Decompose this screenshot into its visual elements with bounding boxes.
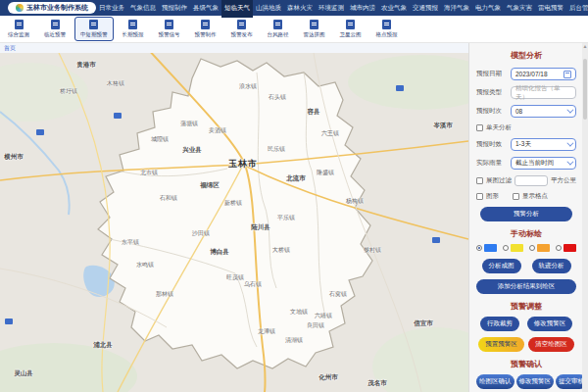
analysis-to-image-button[interactable]: 分析成图 (482, 259, 521, 273)
single-day-checkbox[interactable] (476, 124, 483, 131)
map-town-label: 卖酒镇 (209, 126, 226, 135)
toolbar-item[interactable]: 预警发布 (225, 17, 259, 41)
nav-item[interactable]: 后台管理 (566, 0, 588, 18)
map-county-label: 贵港市 (76, 61, 96, 70)
scroll-up-arrow[interactable]: ▲ (582, 43, 588, 50)
map-town-label: 城隍镇 (151, 135, 169, 144)
nav-item[interactable]: 短临天气 (221, 0, 253, 18)
panel-scrollbar[interactable]: ▲ (582, 43, 588, 392)
modify-warning-area-button[interactable]: 修改预警区 (516, 374, 555, 389)
toolbar-item[interactable]: 预警制作 (189, 17, 222, 41)
color-swatch (511, 244, 523, 252)
forecast-time-value: 08 (515, 108, 522, 115)
canvas-confirm-button[interactable]: 绘图区确认 (476, 374, 514, 389)
draw-color-radio[interactable] (556, 244, 576, 252)
toolbar-item-label: 预警发布 (231, 31, 253, 38)
top-navbar: 玉林市业务制作系统 日常业务气象信息预报制作县级气象短临天气山洪地质森林火灾环境… (0, 0, 588, 16)
radio-icon (503, 245, 509, 251)
map-town-label: 平乐镇 (277, 214, 295, 222)
nav-item[interactable]: 气象灾害 (504, 0, 535, 18)
admin-clip-button[interactable]: 行政裁剪 (480, 317, 519, 331)
nav-item[interactable]: 雷电预警 (535, 0, 566, 18)
draw-color-options (476, 244, 576, 252)
app-logo-icon (16, 4, 24, 12)
clear-canvas-button[interactable]: 清空绘图区 (528, 337, 574, 352)
show-grid-checkbox[interactable] (513, 193, 519, 200)
document-icon (273, 20, 282, 29)
forecast-date-input[interactable]: 2023/07/18 (511, 68, 576, 80)
nav-item[interactable]: 县级气象 (190, 0, 221, 18)
nav-item[interactable]: 交通预报 (410, 0, 441, 18)
toolbar-item[interactable]: 格点预报 (370, 17, 404, 41)
map-town-label: 东平镇 (122, 238, 139, 247)
map-county-label: 北流市 (286, 174, 306, 183)
toolbar-item[interactable]: 临近预警 (38, 17, 72, 41)
map-town-label: 乌石镇 (244, 280, 262, 289)
preset-warning-button[interactable]: 预置预警区 (478, 337, 524, 352)
nav-item[interactable]: 气象信息 (127, 0, 159, 18)
home-link[interactable]: 首页 (4, 44, 16, 53)
terrain-patch (348, 55, 468, 110)
nav-item[interactable]: 预报制作 (159, 0, 190, 18)
nav-item[interactable]: 海洋气象 (441, 0, 472, 18)
toolbar-item[interactable]: 长期预报 (117, 17, 150, 41)
toolbar-item[interactable]: 综合监测 (2, 17, 35, 41)
forecast-type-input[interactable]: 精细化报告（单天） (511, 86, 576, 99)
map-county-label: 茂名市 (368, 379, 387, 388)
modify-warning-area-button[interactable]: 修改预警区 (527, 317, 573, 331)
map-town-label: 杨梅镇 (346, 197, 364, 206)
rainfall-label: 实际雨量 (476, 159, 508, 168)
draw-color-radio[interactable] (476, 244, 497, 252)
map-town-label: 那林镇 (156, 290, 173, 299)
toolbar-item[interactable]: 中短期预警 (74, 17, 114, 41)
toolbar-item[interactable]: 预警信号 (153, 17, 186, 41)
color-swatch (484, 244, 497, 252)
map-city-label: 玉林市 (228, 158, 258, 171)
chevron-down-icon (566, 159, 573, 166)
map-canvas[interactable]: 贵港市木格镇桥圩镇浪水镇石头镇容县六王镇蒲塘镇卖酒镇城隍镇兴业县民乐镇玉林市北流… (0, 53, 468, 392)
toolbar-item[interactable]: 卫星云图 (334, 17, 368, 41)
map-town-label: 旺茂镇 (226, 273, 244, 282)
map-town-label: 浪水镇 (239, 82, 257, 91)
nav-item[interactable]: 农业气象 (378, 0, 410, 18)
nav-item[interactable]: 日常业务 (96, 0, 127, 18)
trajectory-analysis-button[interactable]: 轨迹分析 (532, 259, 571, 273)
analyze-button[interactable]: 预警分析 (480, 207, 572, 221)
map-town-label: 黎村镇 (364, 246, 381, 255)
area-filter-checkbox[interactable] (476, 177, 483, 184)
nav-item[interactable]: 城市内涝 (347, 0, 378, 18)
terrain-patch (0, 343, 137, 392)
map-town-label: 石和镇 (160, 194, 177, 203)
document-icon (382, 20, 391, 29)
map-county-label: 陆川县 (251, 223, 270, 232)
river (0, 112, 70, 215)
nav-item[interactable]: 电力气象 (472, 0, 504, 18)
analysis-panel: 模型分析 预报日期 2023/07/18 预报类型 精细化报告（单天） 预报时次… (468, 43, 588, 392)
nav-item[interactable]: 山洪地质 (253, 0, 284, 18)
color-swatch (564, 244, 576, 252)
area-filter-input[interactable] (514, 175, 548, 186)
map-county-label: 横州市 (4, 153, 24, 162)
map-town-label: 石窝镇 (329, 290, 347, 299)
warning-confirm-buttons: 绘图区确认修改预警区提交审核 (476, 374, 576, 389)
map-town-label: 桥圩镇 (60, 87, 77, 96)
map-town-label: 蒲塘镇 (180, 120, 198, 128)
warning-adjust-title: 预警调整 (476, 301, 576, 312)
toolbar-item[interactable]: 台风路径 (262, 17, 295, 41)
draw-color-radio[interactable] (503, 244, 523, 252)
map-county-label: 博白县 (210, 248, 229, 257)
forecast-period-select[interactable]: 1-3天 (511, 138, 576, 151)
toolbar-item-label: 中短期预警 (80, 31, 108, 38)
nav-item[interactable]: 环境监测 (316, 0, 347, 18)
scrollbar-thumb[interactable] (583, 59, 587, 120)
document-icon (128, 20, 137, 29)
nav-item[interactable]: 森林火灾 (284, 0, 316, 18)
toolbar-item[interactable]: 雷达拼图 (298, 17, 331, 41)
calendar-icon[interactable] (564, 71, 571, 78)
graphic-checkbox[interactable] (476, 193, 483, 200)
document-icon (51, 20, 60, 29)
forecast-time-select[interactable]: 08 (511, 105, 576, 118)
add-result-button[interactable]: 添加分析结果到绘区 (476, 279, 576, 294)
rainfall-select[interactable]: 截止当前时间 (511, 157, 576, 170)
draw-color-radio[interactable] (529, 244, 550, 252)
